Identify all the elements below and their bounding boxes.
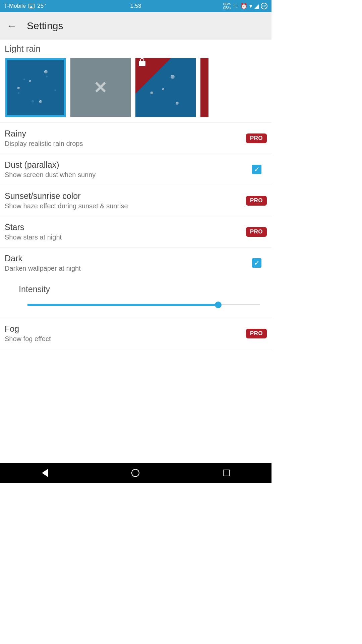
setting-subtitle: Display realistic rain drops (5, 140, 246, 148)
clock-label: 1:53 (130, 3, 141, 9)
theme-thumb-none[interactable]: ✕ (70, 58, 131, 117)
theme-thumb-raindrops[interactable] (5, 58, 66, 117)
alarm-icon: ⏰ (240, 3, 247, 10)
setting-title: Sunset/sunrise color (5, 191, 246, 201)
setting-subtitle: Darken wallpaper at night (5, 265, 252, 272)
nav-back-icon[interactable] (42, 469, 48, 477)
pro-badge: PRO (246, 196, 267, 206)
setting-dark[interactable]: Dark Darken wallpaper at night ✓ (0, 248, 272, 278)
app-bar: ← Settings (0, 12, 272, 40)
setting-title: Fog (5, 324, 246, 334)
pro-badge: PRO (246, 227, 267, 237)
nav-home-icon[interactable] (131, 469, 139, 477)
theme-thumbnails-row[interactable]: ✕ (0, 57, 272, 123)
slider-fill (27, 304, 218, 306)
setting-title: Rainy (5, 129, 246, 139)
section-title-light-rain: Light rain (0, 40, 272, 57)
checkbox-checked[interactable]: ✓ (252, 258, 261, 268)
close-icon: ✕ (94, 78, 108, 97)
setting-sunset-sunrise[interactable]: Sunset/sunrise color Show haze effect du… (0, 185, 272, 216)
slider-handle[interactable] (215, 302, 222, 308)
setting-stars[interactable]: Stars Show stars at night PRO (0, 216, 272, 248)
checkbox-checked[interactable]: ✓ (252, 165, 261, 174)
android-nav-bar (0, 463, 272, 483)
theme-thumb-peek[interactable] (200, 58, 208, 117)
nav-recent-icon[interactable] (223, 470, 230, 476)
network-speed: 0B/s 0B/s (223, 2, 231, 10)
setting-rainy[interactable]: Rainy Display realistic rain drops PRO (0, 123, 272, 154)
theme-thumb-locked[interactable] (135, 58, 196, 117)
carrier-label: T-Mobile (4, 3, 26, 9)
setting-subtitle: Show haze effect during sunset & sunrise (5, 202, 246, 210)
setting-subtitle: Show stars at night (5, 233, 246, 241)
page-title: Settings (27, 20, 63, 32)
back-arrow-icon[interactable]: ← (7, 20, 17, 32)
setting-intensity: Intensity (0, 278, 272, 318)
setting-subtitle: Show fog effect (5, 335, 246, 343)
setting-title: Stars (5, 222, 246, 232)
pro-badge: PRO (246, 329, 267, 338)
picture-icon (28, 4, 35, 8)
battery-icon: 62 (261, 3, 267, 9)
setting-subtitle: Show screen dust when sunny (5, 171, 252, 179)
wifi-icon: ▾ (249, 3, 252, 10)
setting-fog[interactable]: Fog Show fog effect PRO (0, 318, 272, 349)
setting-title: Dust (parallax) (5, 160, 252, 170)
setting-dust[interactable]: Dust (parallax) Show screen dust when su… (0, 154, 272, 185)
signal-icon: ◢ (254, 3, 259, 10)
status-bar: T-Mobile 25° 1:53 0B/s 0B/s ↑↓ ⏰ ▾ ◢ 62 (0, 0, 272, 12)
intensity-slider[interactable] (27, 302, 260, 308)
intensity-label: Intensity (19, 284, 267, 294)
lock-icon (139, 61, 145, 66)
setting-title: Dark (5, 254, 252, 263)
data-arrows-icon: ↑↓ (233, 3, 238, 9)
pro-badge: PRO (246, 133, 267, 143)
temperature-label: 25° (37, 3, 46, 9)
